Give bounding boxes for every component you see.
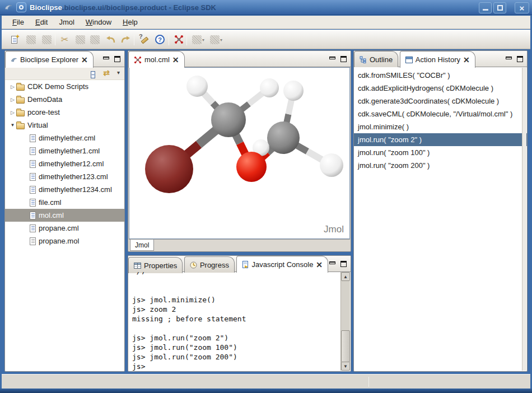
history-item[interactable]: cdk.fromSMILES( "COCBr" ) (354, 69, 527, 82)
maximize-view-button[interactable] (340, 261, 347, 267)
tab-jmol-page[interactable]: Jmol (130, 240, 154, 251)
close-icon[interactable]: ✕ (172, 56, 179, 64)
new-wizard-button[interactable]: ✦ (7, 32, 21, 46)
explorer-tree: ▷ CDK Demo Scripts ▷ DemoData ▷ pcore-te… (5, 80, 124, 247)
cut-button[interactable]: ✂ (58, 32, 72, 46)
tree-item-cdk-demo-scripts[interactable]: ▷ CDK Demo Scripts (5, 80, 124, 93)
bioclipse-logo-icon[interactable] (16, 2, 26, 12)
toolbar-separator (186, 33, 187, 45)
history-item-selected[interactable]: jmol.run( "zoom 2" ) (354, 133, 527, 146)
molecule-button[interactable] (172, 32, 186, 46)
minimize-view-button[interactable] (329, 261, 335, 264)
history-item[interactable]: cdk.saveCML( cDKMolecule, "/Virtual/mol.… (354, 107, 527, 120)
chevron-down-icon[interactable]: ▼ (9, 123, 16, 128)
console-line: js> jmol.minimize() (129, 295, 340, 305)
help-button[interactable]: ? (153, 32, 167, 46)
view-menu-button[interactable]: ▾ (117, 69, 120, 76)
tree-item-mol-cml[interactable]: mol.cml (5, 209, 124, 222)
search-button[interactable]: ? (137, 32, 151, 46)
maximize-view-button[interactable] (517, 56, 523, 62)
close-icon[interactable]: ✕ (316, 261, 323, 269)
undo-button[interactable] (104, 32, 118, 46)
atom-carbon (211, 102, 246, 137)
tree-item-dimethylether-cml[interactable]: dimethylether.cml (5, 132, 124, 144)
jmol-watermark: Jmol (324, 224, 344, 235)
minimize-view-button[interactable] (103, 57, 109, 59)
close-icon[interactable]: ✕ (463, 56, 470, 64)
tab-bioclipse-explorer[interactable]: Bioclipse Explorer ✕ (5, 51, 94, 68)
mol-file-icon (30, 237, 36, 245)
paste-icon (90, 35, 100, 44)
menu-edit[interactable]: Edit (30, 16, 53, 28)
menu-help[interactable]: Help (118, 16, 143, 28)
scrollbar-thumb[interactable] (341, 330, 350, 362)
chevron-right-icon[interactable]: ▷ (9, 110, 16, 115)
cml-file-icon (30, 212, 36, 219)
console-line: missing ; before statement (129, 314, 340, 324)
tree-item-propane-mol[interactable]: propane.mol (5, 235, 124, 247)
tree-item-dimethylether1234-cml[interactable]: dimethylether1234.cml (5, 183, 124, 196)
tab-mol-cml[interactable]: mol.cml ✕ (128, 51, 185, 68)
tab-action-history[interactable]: Action History ✕ (400, 51, 475, 68)
molecule-file-icon (134, 56, 142, 64)
action-history-icon (405, 57, 413, 63)
maximize-view-button[interactable] (340, 56, 347, 62)
tree-item-pcore-test[interactable]: ▷ pcore-test (5, 106, 124, 119)
outline-icon (360, 56, 367, 63)
chevron-right-icon[interactable]: ▷ (9, 84, 16, 90)
tree-item-file-cml[interactable]: file.cml (5, 196, 124, 209)
minimize-view-button[interactable] (329, 57, 335, 59)
collapse-all-button[interactable]: − (91, 70, 95, 78)
console-scrollbar[interactable]: ▲ ▼ (340, 272, 350, 371)
titlebar[interactable]: Bioclipse .bioclipse.ui/bioclipse.produc… (0, 0, 532, 15)
maximize-view-button[interactable] (114, 56, 120, 62)
minimize-icon (483, 9, 488, 11)
history-item[interactable]: jmol.run( "zoom 100" ) (354, 146, 527, 159)
close-icon[interactable]: ✕ (81, 56, 88, 64)
copy-button-disabled (73, 32, 87, 46)
link-with-editor-button[interactable]: ⇄ (103, 68, 110, 77)
history-item[interactable]: jmol.run( "zoom 200" ) (354, 159, 527, 172)
cml-file-icon (30, 147, 36, 155)
atom-hydrogen (283, 81, 304, 101)
scroll-up-button[interactable]: ▲ (341, 272, 350, 281)
folder-icon (16, 123, 25, 129)
jmol-editor-view: mol.cml ✕ (128, 50, 351, 252)
history-scroll-strip[interactable] (522, 68, 526, 371)
tree-item-dimethylether1-cml[interactable]: dimethylether1.cml (5, 144, 124, 157)
tree-item-propane-cml[interactable]: propane.cml (5, 222, 124, 235)
folder-icon (16, 85, 25, 91)
tab-properties[interactable]: Properties (128, 257, 183, 273)
scroll-down-button[interactable]: ▼ (341, 362, 350, 371)
action-history-list: cdk.fromSMILES( "COCBr" ) cdk.addExplici… (354, 67, 527, 172)
tab-label: Outline (370, 55, 393, 64)
history-item[interactable]: jmol.minimize( ) (354, 120, 527, 133)
console-line: js> jmol.run("zoom 2") (129, 333, 340, 343)
console-view: Properties Progress Javascript Console (128, 255, 351, 372)
chevron-right-icon[interactable]: ▷ (9, 97, 16, 102)
menu-jmol[interactable]: Jmol (54, 16, 79, 28)
history-tab-header: Outline Action History ✕ (354, 51, 527, 67)
menu-file[interactable]: File (7, 16, 29, 28)
tree-item-dimethylether123-cml[interactable]: dimethylether123.cml (5, 170, 124, 183)
history-item[interactable]: cdk.addExplicitHydrogens( cDKMolecule ) (354, 82, 527, 95)
console-output[interactable]: /) js> jmol.minimize() js> zoom 2 missin… (129, 272, 340, 371)
menubar: File Edit Jmol Window Help (2, 16, 530, 29)
minimize-view-button[interactable] (506, 57, 512, 59)
tab-progress[interactable]: Progress (184, 256, 235, 273)
redo-button[interactable] (118, 32, 132, 46)
tree-item-virtual[interactable]: ▼ Virtual (5, 119, 124, 132)
console-line (129, 276, 340, 286)
menu-window[interactable]: Window (81, 16, 116, 28)
history-item[interactable]: cdk.generate3dCoordinates( cDKMolecule ) (354, 95, 527, 107)
window-maximize-button[interactable] (493, 2, 506, 13)
tree-item-demodata[interactable]: ▷ DemoData (5, 93, 124, 106)
folder-icon (16, 97, 25, 104)
jmol-3d-canvas[interactable]: Jmol (129, 67, 350, 239)
print-icon (42, 35, 52, 44)
tab-javascript-console[interactable]: Javascript Console ✕ (236, 256, 329, 273)
tree-item-dimethylether12-cml[interactable]: dimethylether12.cml (5, 157, 124, 170)
window-minimize-button[interactable] (479, 2, 492, 13)
window-close-button[interactable]: × (515, 2, 529, 13)
tab-outline[interactable]: Outline (354, 51, 398, 67)
